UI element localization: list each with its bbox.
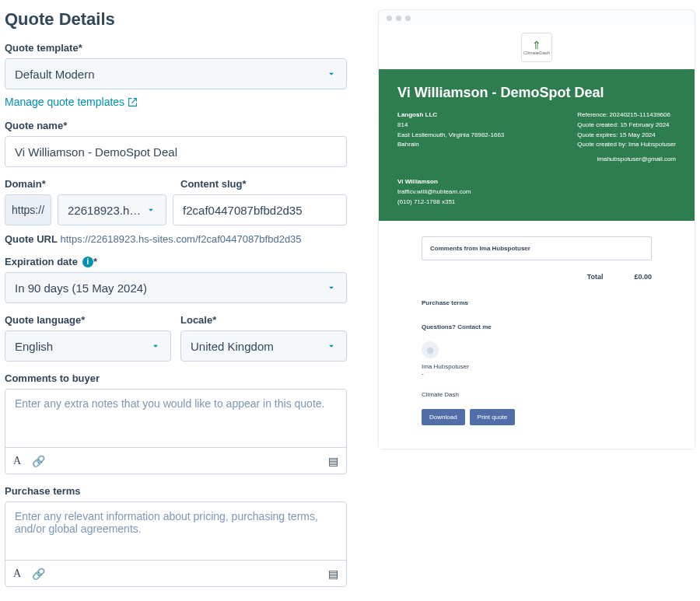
- avatar-icon: ☻: [422, 341, 439, 358]
- language-value: English: [15, 340, 53, 353]
- locale-select[interactable]: United Kingdom: [180, 330, 347, 362]
- chevron-down-icon: [326, 282, 337, 293]
- preview-contact-name: Vi Williamson: [397, 177, 676, 187]
- page-title: Quote Details: [5, 9, 347, 30]
- preview-addr2: East Lesliemouth, Virginia 78982-1663: [397, 131, 504, 141]
- preview-created-by: Quote created by: Ima Hubspotuser: [577, 140, 676, 150]
- expiration-select[interactable]: In 90 days (15 May 2024): [5, 272, 347, 303]
- window-dot: [396, 16, 401, 21]
- preview-signer-name: Ima Hubspotuser: [422, 363, 652, 370]
- slug-input[interactable]: f2caf0447087bfbd2d35: [173, 194, 347, 225]
- print-button[interactable]: Print quote: [470, 409, 516, 425]
- link-icon[interactable]: 🔗: [32, 568, 45, 580]
- comments-toolbar: A 🔗 ▤: [5, 447, 346, 473]
- preview-questions: Questions? Contact me: [422, 323, 652, 330]
- preview-addr1: 814: [397, 121, 504, 131]
- quote-url-value: https://22618923.hs-sites.com/f2caf04470…: [61, 233, 302, 245]
- comments-editor[interactable]: Enter any extra notes that you would lik…: [5, 389, 347, 474]
- window-dot: [387, 16, 392, 21]
- language-select[interactable]: English: [5, 330, 171, 362]
- preview-total-value: £0.00: [634, 273, 652, 281]
- expand-icon[interactable]: ▤: [328, 455, 338, 467]
- preview-contact-email: trafficv.willi@hubteam.com: [397, 187, 676, 197]
- purchase-label: Purchase terms: [5, 485, 347, 497]
- quote-template-select[interactable]: Default Modern: [5, 58, 347, 89]
- locale-value: United Kingdom: [191, 340, 274, 353]
- comments-label: Comments to buyer: [5, 372, 347, 384]
- company-logo: ⇑ ClimateDash: [521, 33, 552, 62]
- domain-label: Domain: [5, 178, 171, 190]
- chevron-down-icon: [326, 341, 337, 351]
- external-link-icon: [128, 97, 138, 107]
- chevron-down-icon: [326, 68, 337, 79]
- language-label: Quote language: [5, 314, 171, 326]
- preview-created: Quote created: 15 February 2024: [577, 121, 676, 131]
- preview-addr3: Bahrain: [397, 140, 504, 150]
- preview-expires: Quote expires: 15 May 2024: [577, 131, 676, 141]
- preview-comments-box: Comments from Ima Hubspotuser: [422, 236, 652, 260]
- quote-url-label: Quote URL: [5, 233, 58, 245]
- preview-company-footer: Climate Dash: [422, 391, 652, 398]
- window-chrome: [379, 10, 695, 26]
- download-button[interactable]: Download: [422, 409, 465, 425]
- comments-placeholder: Enter any extra notes that you would lik…: [5, 390, 346, 447]
- quote-template-value: Default Modern: [15, 68, 95, 81]
- expiration-label: Expiration date i: [5, 256, 347, 267]
- preview-dash: -: [422, 370, 652, 377]
- quote-url-line: Quote URL https://22618923.hs-sites.com/…: [5, 233, 347, 245]
- chart-icon: ⇑: [532, 40, 541, 51]
- expiration-value: In 90 days (15 May 2024): [15, 281, 147, 295]
- quote-preview-window: ⇑ ClimateDash Vi Williamson - DemoSpot D…: [378, 9, 695, 449]
- expand-icon[interactable]: ▤: [328, 568, 338, 580]
- info-icon[interactable]: i: [82, 257, 93, 267]
- preview-reference: Reference: 20240215-111439606: [577, 110, 676, 121]
- font-icon[interactable]: A: [13, 455, 21, 467]
- preview-deal-title: Vi Williamson - DemoSpot Deal: [397, 85, 676, 101]
- chevron-down-icon: [145, 204, 156, 215]
- preview-creator-email: imahubspotuser@gmail.com: [577, 155, 676, 165]
- quote-name-input[interactable]: Vi Williamson - DemoSpot Deal: [5, 136, 347, 167]
- quote-header: Vi Williamson - DemoSpot Deal Langosh LL…: [379, 69, 695, 221]
- domain-select[interactable]: 22618923.hs-sites....: [58, 194, 166, 225]
- font-icon[interactable]: A: [13, 568, 21, 580]
- locale-label: Locale: [180, 314, 347, 326]
- preview-comments-header: Comments from Ima Hubspotuser: [430, 245, 530, 252]
- manage-templates-link[interactable]: Manage quote templates: [5, 96, 138, 108]
- logo-bar: ⇑ ClimateDash: [379, 26, 695, 69]
- link-icon[interactable]: 🔗: [32, 455, 45, 467]
- manage-templates-label: Manage quote templates: [5, 96, 124, 108]
- purchase-toolbar: A 🔗 ▤: [5, 560, 346, 586]
- window-dot: [405, 16, 411, 21]
- protocol-prefix: https://: [5, 194, 51, 225]
- slug-label: Content slug: [180, 178, 347, 190]
- domain-value: 22618923.hs-sites....: [68, 204, 145, 217]
- quote-name-label: Quote name: [5, 120, 347, 131]
- quote-name-value: Vi Williamson - DemoSpot Deal: [15, 145, 177, 159]
- slug-value: f2caf0447087bfbd2d35: [183, 204, 302, 217]
- purchase-editor[interactable]: Enter any relevant information about pri…: [5, 501, 347, 587]
- preview-contact-phone: (610) 712-1788 x351: [397, 197, 676, 208]
- purchase-placeholder: Enter any relevant information about pri…: [5, 502, 346, 560]
- preview-total-label: Total: [587, 273, 604, 281]
- chevron-down-icon: [150, 341, 161, 351]
- quote-template-label: Quote template: [5, 42, 347, 54]
- preview-purchase-terms: Purchase terms: [422, 299, 652, 306]
- preview-company: Langosh LLC: [397, 110, 504, 121]
